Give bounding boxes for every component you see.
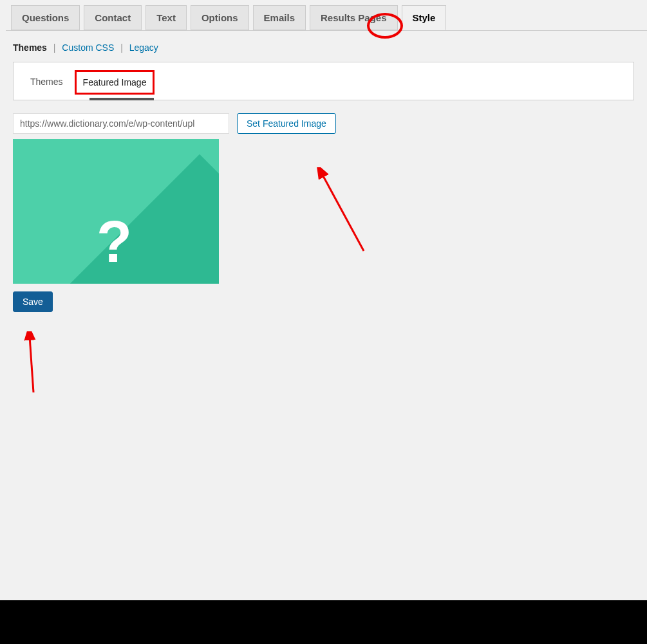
tab-results-pages[interactable]: Results Pages — [310, 5, 398, 30]
content-area: Set Featured Image ? Save — [0, 100, 647, 325]
subtab-underline — [89, 98, 154, 100]
annotation-arrow-save — [22, 331, 41, 396]
question-mark-icon: ? — [97, 209, 132, 275]
subtab-featured-image[interactable]: Featured Image — [75, 70, 155, 95]
save-button[interactable]: Save — [13, 291, 53, 312]
sublink-legacy[interactable]: Legacy — [129, 42, 158, 53]
featured-image-url-input[interactable] — [13, 113, 229, 134]
separator: | — [117, 42, 127, 53]
subtabs: Themes Featured Image — [14, 62, 633, 100]
separator: | — [50, 42, 60, 53]
tab-emails[interactable]: Emails — [253, 5, 306, 30]
footer — [0, 600, 647, 644]
set-featured-image-button[interactable]: Set Featured Image — [237, 113, 336, 134]
question-mark-shadow — [54, 154, 219, 284]
sublink-custom-css[interactable]: Custom CSS — [62, 42, 114, 53]
tab-options[interactable]: Options — [191, 5, 249, 30]
input-row: Set Featured Image — [13, 113, 634, 134]
tab-text[interactable]: Text — [145, 5, 187, 30]
svg-line-1 — [30, 336, 33, 392]
tab-style[interactable]: Style — [402, 5, 447, 30]
tab-questions[interactable]: Questions — [11, 5, 80, 30]
subtab-themes[interactable]: Themes — [26, 74, 67, 91]
sublinks: Themes | Custom CSS | Legacy — [0, 31, 647, 62]
main-tabs: Questions Contact Text Options Emails Re… — [6, 0, 647, 31]
subtabs-container: Themes Featured Image — [13, 62, 634, 100]
tab-contact[interactable]: Contact — [84, 5, 142, 30]
sublink-themes[interactable]: Themes — [13, 42, 47, 53]
